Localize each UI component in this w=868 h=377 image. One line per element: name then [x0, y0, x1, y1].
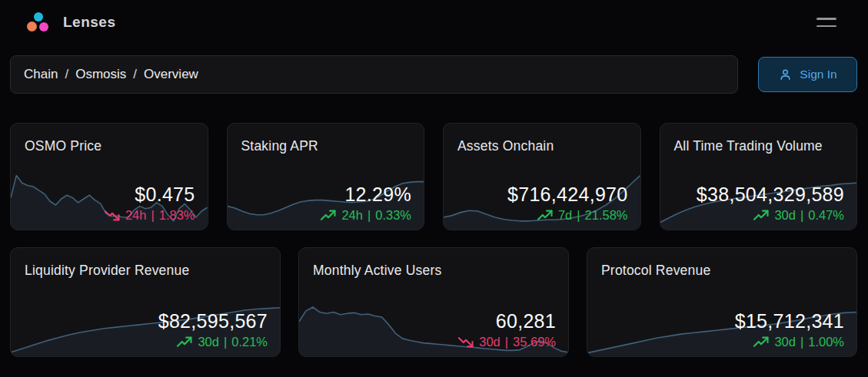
- card-title: Liquidity Provider Revenue: [11, 248, 280, 279]
- card-title: All Time Trading Volume: [660, 124, 857, 154]
- card-all-time-trading-volume[interactable]: All Time Trading Volume $38,504,329,589 …: [660, 123, 858, 230]
- metric-change: 7d | 21.58%: [507, 208, 628, 223]
- metric-value: $716,424,970: [507, 184, 628, 206]
- change-separator: |: [505, 335, 508, 349]
- breadcrumb-separator: /: [133, 67, 137, 82]
- change-separator: |: [800, 335, 803, 349]
- change-period: 24h: [125, 208, 147, 223]
- change-separator: |: [224, 335, 227, 349]
- breadcrumb-item-osmosis[interactable]: Osmosis: [75, 67, 126, 82]
- card-title: Staking APR: [228, 124, 424, 154]
- app-title: Lenses: [63, 14, 115, 31]
- metric-value: 60,281: [457, 310, 556, 332]
- change-delta: 0.33%: [375, 208, 411, 223]
- logo-circle-orange: [27, 21, 37, 31]
- lenses-logo-icon[interactable]: [27, 12, 50, 33]
- app-header: Lenses: [0, 0, 868, 45]
- breadcrumb: Chain / Osmosis / Overview: [10, 55, 738, 94]
- change-delta: 0.47%: [808, 208, 844, 223]
- change-period: 30d: [198, 335, 219, 349]
- metric-change: 24h | 1.83%: [104, 208, 195, 223]
- metric-row-top: OSMO Price $0.475 24h | 1.83% Staking AP…: [10, 123, 857, 230]
- trending-up-icon: [176, 336, 193, 349]
- change-separator: |: [367, 208, 371, 223]
- card-liquidity-provider-revenue[interactable]: Liquidity Provider Revenue $82,595,567 3…: [10, 247, 281, 357]
- trending-up-icon: [320, 209, 337, 222]
- change-delta: 35.69%: [513, 335, 556, 349]
- breadcrumb-separator: /: [65, 67, 68, 82]
- metric-row-bottom: Liquidity Provider Revenue $82,595,567 3…: [10, 247, 857, 357]
- sign-in-label: Sign In: [800, 68, 836, 81]
- change-delta: 21.58%: [585, 208, 628, 223]
- change-delta: 0.21%: [231, 335, 268, 349]
- lenses-dashboard: Lenses Chain / Osmosis / Overview Sign I…: [0, 0, 868, 377]
- trending-down-icon: [457, 336, 474, 349]
- metric-change: 30d | 35.69%: [457, 335, 556, 349]
- toolbar: Chain / Osmosis / Overview Sign In: [10, 55, 857, 94]
- user-icon: [778, 68, 793, 82]
- metric-change: 30d | 1.00%: [735, 335, 844, 349]
- change-delta: 1.00%: [808, 335, 844, 349]
- card-assets-onchain[interactable]: Assets Onchain $716,424,970 7d | 21.58%: [443, 123, 641, 230]
- change-period: 30d: [774, 335, 796, 349]
- hamburger-menu-icon[interactable]: [816, 18, 836, 27]
- card-title: Monthly Active Users: [299, 248, 568, 279]
- change-separator: |: [800, 208, 803, 223]
- card-monthly-active-users[interactable]: Monthly Active Users 60,281 30d | 35.69%: [298, 247, 569, 357]
- breadcrumb-item-overview[interactable]: Overview: [144, 67, 198, 82]
- metric-change: 24h | 0.33%: [320, 208, 411, 223]
- trending-up-icon: [537, 209, 554, 222]
- metric-value: 12.29%: [320, 184, 411, 206]
- trending-up-icon: [753, 209, 770, 222]
- trending-up-icon: [753, 336, 770, 349]
- card-protocol-revenue[interactable]: Protocol Revenue $15,712,341 30d | 1.00%: [587, 247, 857, 357]
- card-staking-apr[interactable]: Staking APR 12.29% 24h | 0.33%: [227, 123, 425, 230]
- card-title: Assets Onchain: [444, 124, 640, 154]
- change-delta: 1.83%: [159, 208, 195, 223]
- metric-value: $0.475: [104, 184, 195, 206]
- metric-value: $15,712,341: [735, 310, 844, 332]
- card-title: OSMO Price: [11, 124, 208, 154]
- logo-circle-cyan: [34, 12, 43, 21]
- breadcrumb-item-chain[interactable]: Chain: [24, 67, 58, 82]
- sign-in-button[interactable]: Sign In: [758, 57, 857, 92]
- change-period: 30d: [479, 335, 501, 349]
- change-separator: |: [151, 208, 154, 223]
- card-osmo-price[interactable]: OSMO Price $0.475 24h | 1.83%: [10, 123, 208, 230]
- metric-change: 30d | 0.47%: [697, 208, 844, 223]
- trending-down-icon: [104, 209, 121, 222]
- metric-change: 30d | 0.21%: [158, 335, 268, 349]
- change-separator: |: [577, 208, 580, 223]
- metric-value: $38,504,329,589: [697, 184, 844, 206]
- metric-value: $82,595,567: [158, 310, 268, 332]
- change-period: 30d: [774, 208, 796, 223]
- logo-circle-pink: [39, 22, 48, 31]
- card-title: Protocol Revenue: [587, 248, 856, 279]
- change-period: 24h: [341, 208, 363, 223]
- change-period: 7d: [558, 208, 572, 223]
